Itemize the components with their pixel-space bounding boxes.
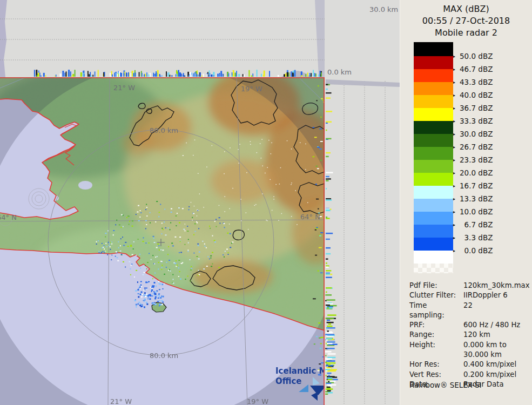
legend-tick-arrow-icon: ▸ [453,132,455,137]
lat-64n-left-label: 64° N [0,213,17,221]
ring-80km-top-label: 80.0 km [150,126,178,134]
legend-label: ▸43.3 dBZ [453,78,493,86]
legend-tick-arrow-icon: ▸ [453,54,455,59]
legend-band [414,69,453,82]
height-scale-min-label: 0.0 km [327,68,352,76]
imo-logo-text-2: Office [275,376,302,386]
metadata-row: Clutter Filter:IIRDoppler 6 [409,291,529,300]
metadata-row: Range:120 km [409,330,529,340]
legend-label: ▸26.7 dBZ [453,143,493,151]
legend-label: ▸13.3 dBZ [453,194,493,203]
metadata-row: PRF:600 Hz / 480 Hz [409,320,529,330]
legend-label: ▸6.7 dBZ [453,220,493,229]
legend-band [414,160,453,173]
legend-label: ▸50.0 dBZ [453,52,493,60]
right-height-strip [325,0,400,405]
product-metadata: Pdf File:120km_30km.maxClutter Filter:II… [409,281,529,389]
legend-tick-arrow-icon: ▸ [453,235,455,240]
legend-band [414,212,453,225]
legend-band [414,238,453,251]
legend-tick-arrow-icon: ▸ [453,248,455,253]
legend-tick-arrow-icon: ▸ [453,119,455,124]
legend-band [414,186,453,199]
legend-label: ▸16.7 dBZ [453,181,493,190]
legend-label: ▸40.0 dBZ [453,91,493,99]
legend-band [414,199,453,212]
legend-band-transparent [414,264,453,273]
legend-tick-arrow-icon: ▸ [453,171,455,176]
metadata-row: Hor Res:0.400 km/pixel [409,360,529,369]
legend-band [414,82,453,95]
legend-tick-arrow-icon: ▸ [453,158,455,163]
legend-label: ▸0.0 dBZ [453,246,493,255]
legend-label: ▸30.0 dBZ [453,130,493,138]
legend-label: ▸20.0 dBZ [453,168,493,177]
metadata-row: Height:0.000 km to [409,340,529,350]
legend-band [414,147,453,160]
legend-label: ▸23.3 dBZ [453,156,493,164]
legend-tick-arrow-icon: ▸ [453,106,455,111]
legend-band [414,56,453,69]
product-title: MAX (dBZ) [400,3,532,15]
legend-tick-arrow-icon: ▸ [453,222,455,227]
legend-panel: MAX (dBZ) 00:55 / 27-Oct-2018 Mobile rad… [400,0,532,405]
height-scale-max-label: 30.0 km [369,5,398,14]
lon-19w-top-label: 19° W [241,85,262,93]
legend-tick-arrow-icon: ▸ [453,93,455,98]
legend-tick-arrow-icon: ▸ [453,197,455,201]
color-scale [414,42,453,273]
legend-label: ▸33.3 dBZ [453,117,493,125]
metadata-row: Pdf File:120km_30km.max [409,281,529,291]
legend-tick-arrow-icon: ▸ [453,67,455,72]
legend-band [414,225,453,238]
legend-tick-arrow-icon: ▸ [453,184,455,188]
legend-label: ▸10.0 dBZ [453,207,493,216]
product-header: MAX (dBZ) 00:55 / 27-Oct-2018 Mobile rad… [400,3,532,39]
top-height-strip [0,0,327,77]
legend-band [414,173,453,186]
metadata-row: 30.000 km [409,350,529,360]
legend-band [414,108,453,121]
legend-label: ▸36.7 dBZ [453,104,493,112]
legend-band [414,134,453,147]
lon-21w-top-label: 21° W [113,84,135,92]
legend-band [414,121,453,134]
legend-label: ▸46.7 dBZ [453,65,493,73]
ring-80km-bottom-label: 80.0 km [150,352,178,360]
legend-band-below-min [414,251,453,264]
metadata-row: Vert Res:0.200 km/pixel [409,370,529,380]
legend-tick-arrow-icon: ▸ [453,210,455,214]
legend-band [414,42,453,56]
metadata-row: Time sampling:22 [409,301,529,321]
lon-21w-bottom-label: 21° W [110,397,132,405]
software-brand: Rainbow® SELEX-SI [409,381,481,389]
legend-tick-arrow-icon: ▸ [453,80,455,85]
lat-64n-right-label: 64° N [300,213,320,221]
lon-19w-bottom-label: 19° W [247,397,268,405]
legend-tick-arrow-icon: ▸ [453,145,455,150]
radar-display[interactable]: 30.0 km 0.0 km [0,0,400,405]
legend-band [414,95,453,108]
legend-label: ▸3.3 dBZ [453,233,493,242]
map-canvas[interactable]: 21° W 19° W 21° W 19° W 64° N 64° N 80.0… [0,64,340,405]
product-datetime: 00:55 / 27-Oct-2018 [400,15,532,27]
radar-name: Mobile radar 2 [400,27,532,39]
